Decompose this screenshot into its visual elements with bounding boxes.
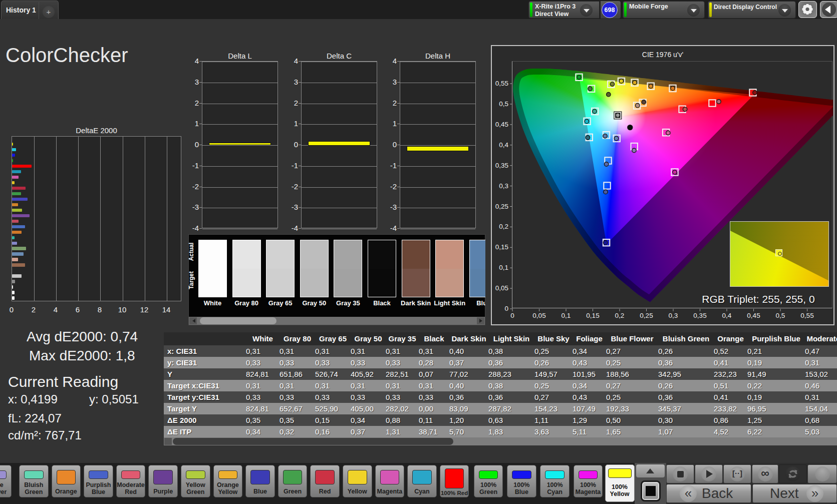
svg-text:0,4: 0,4: [722, 312, 732, 319]
svg-text:0,5: 0,5: [499, 100, 508, 108]
svg-text:0,3: 0,3: [499, 182, 508, 190]
svg-text:0,35: 0,35: [693, 312, 706, 319]
svg-text:0,05: 0,05: [495, 284, 508, 292]
svg-text:0,45: 0,45: [495, 121, 508, 128]
svg-text:0,5: 0,5: [776, 312, 785, 319]
svg-text:0: 0: [510, 312, 514, 319]
svg-text:0,45: 0,45: [747, 312, 760, 319]
svg-text:0,35: 0,35: [495, 162, 508, 169]
svg-text:0,2: 0,2: [615, 312, 625, 319]
svg-text:0,1: 0,1: [562, 312, 571, 319]
svg-text:0,25: 0,25: [640, 312, 653, 319]
svg-text:0,55: 0,55: [800, 312, 813, 319]
svg-text:0,1: 0,1: [499, 264, 508, 271]
svg-text:0,3: 0,3: [669, 312, 678, 319]
svg-text:0,15: 0,15: [586, 312, 599, 319]
svg-text:0,25: 0,25: [495, 203, 508, 210]
svg-text:0,2: 0,2: [499, 223, 508, 230]
svg-text:0: 0: [504, 305, 508, 312]
svg-text:0,4: 0,4: [499, 141, 508, 149]
svg-text:0,55: 0,55: [495, 80, 508, 87]
svg-text:0,05: 0,05: [532, 312, 545, 319]
svg-text:0,15: 0,15: [495, 243, 508, 251]
